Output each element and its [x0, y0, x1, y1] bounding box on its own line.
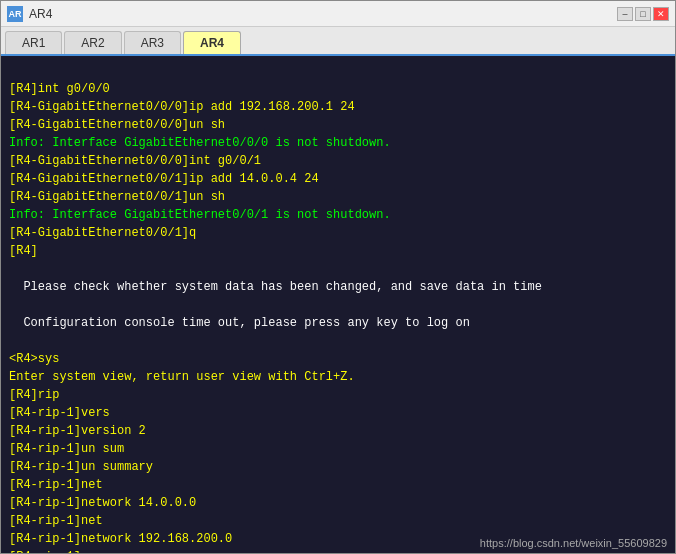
minimize-button[interactable]: –: [617, 7, 633, 21]
line-1: [R4]int g0/0/0 [R4-GigabitEthernet0/0/0]…: [9, 82, 542, 553]
window-controls: – □ ✕: [617, 7, 669, 21]
window-title: AR4: [29, 7, 52, 21]
app-icon-text: AR: [9, 9, 22, 19]
terminal-output: [R4]int g0/0/0 [R4-GigabitEthernet0/0/0]…: [9, 62, 667, 553]
tab-ar4[interactable]: AR4: [183, 31, 241, 54]
tab-ar2[interactable]: AR2: [64, 31, 121, 54]
restore-button[interactable]: □: [635, 7, 651, 21]
close-button[interactable]: ✕: [653, 7, 669, 21]
app-icon: AR: [7, 6, 23, 22]
terminal-area[interactable]: [R4]int g0/0/0 [R4-GigabitEthernet0/0/0]…: [1, 56, 675, 553]
tab-bar: AR1 AR2 AR3 AR4: [1, 27, 675, 56]
main-window: AR AR4 – □ ✕ AR1 AR2 AR3 AR4 [R4]int g0/…: [0, 0, 676, 554]
watermark: https://blog.csdn.net/weixin_55609829: [480, 537, 667, 549]
tab-ar1[interactable]: AR1: [5, 31, 62, 54]
title-bar-left: AR AR4: [7, 6, 52, 22]
tab-ar3[interactable]: AR3: [124, 31, 181, 54]
title-bar: AR AR4 – □ ✕: [1, 1, 675, 27]
